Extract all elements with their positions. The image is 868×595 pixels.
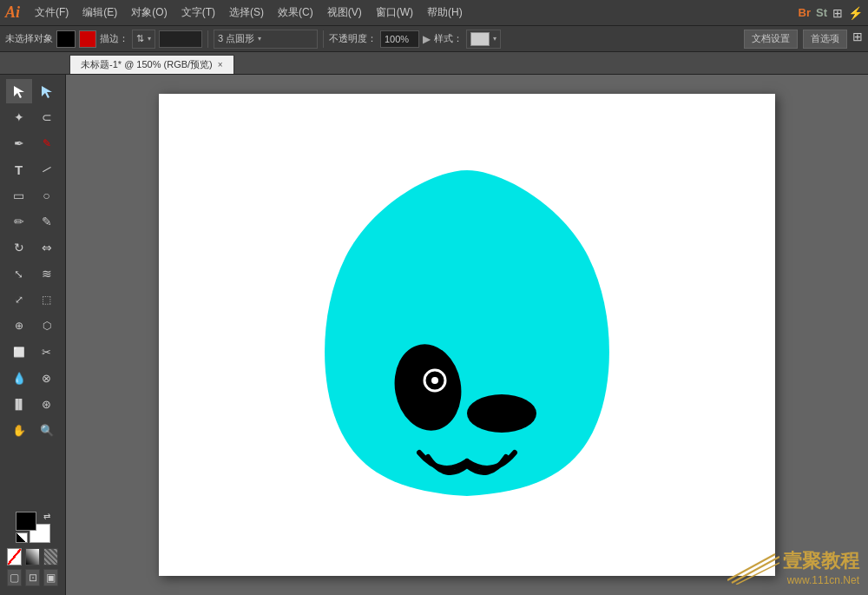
rect-tool[interactable]: ▭	[6, 183, 32, 208]
sync-icon[interactable]: ⚡	[848, 6, 863, 20]
tool-row-4: T /	[0, 156, 65, 182]
menu-bar: Ai 文件(F) 编辑(E) 对象(O) 文字(T) 选择(S) 效果(C) 视…	[0, 0, 868, 26]
stroke-dropdown[interactable]: ⇅▾	[132, 30, 155, 49]
tool-row-6: ✏ ✎	[0, 208, 65, 235]
scale-tool[interactable]: ⤡	[6, 261, 32, 286]
free-transform-tool[interactable]: ⬚	[34, 288, 60, 312]
direct-selection-tool[interactable]	[34, 79, 60, 103]
tool-row-7: ↻ ⇔	[0, 235, 65, 261]
swap-colors-icon[interactable]: ⇄	[43, 512, 50, 521]
slice-tool[interactable]: ✂	[34, 340, 60, 364]
color-swatches: ⇄	[16, 512, 50, 543]
tool-row-8: ⤡ ≋	[0, 261, 65, 287]
selection-tool[interactable]	[6, 79, 32, 103]
opacity-label: 不透明度：	[329, 32, 377, 45]
tool-row-9: ⤢ ⬚	[0, 287, 65, 313]
pen-tool[interactable]: ✒	[6, 131, 32, 155]
doc-settings-button[interactable]: 文档设置	[744, 30, 798, 49]
stroke-width-box[interactable]	[159, 30, 202, 48]
magic-wand-tool[interactable]: ✦	[6, 105, 32, 129]
ellipse-tool[interactable]: ○	[34, 183, 60, 208]
svg-marker-1	[42, 86, 52, 98]
lasso-tool[interactable]: ⊂	[34, 105, 60, 129]
stroke-swatch[interactable]	[79, 30, 96, 48]
reset-colors-icon[interactable]	[16, 532, 28, 543]
opacity-box[interactable]: 100%	[380, 30, 419, 48]
menu-edit[interactable]: 编辑(E)	[76, 3, 123, 22]
main-area: ✦ ⊂ ✒ ✎ T / ▭ ○ ✏ ✎ ↻ ⇔ ⤡ ≋ ⤢ ⬚	[0, 75, 868, 595]
style-label: 样式：	[434, 32, 463, 45]
shape-builder-tool[interactable]: ⊕	[6, 314, 32, 338]
style-dropdown[interactable]: ▾	[466, 30, 501, 49]
menu-effect[interactable]: 效果(C)	[272, 3, 319, 22]
app-logo: Ai	[5, 3, 20, 22]
hand-tool[interactable]: ✋	[6, 418, 32, 442]
color-area: ⇄ ▢ ⊡ ▣	[0, 506, 65, 592]
opacity-slider-icon[interactable]: ▶	[423, 33, 431, 45]
reflect-tool[interactable]: ⇔	[34, 235, 60, 260]
tab-bar: 未标题-1* @ 150% (RGB/预览) ×	[0, 52, 868, 75]
tool-row-10: ⊕ ⬡	[0, 313, 65, 339]
svg-point-4	[431, 377, 438, 384]
tool-row-3: ✒ ✎	[0, 130, 65, 156]
symbol-tool[interactable]: ⊛	[34, 392, 60, 416]
eyedropper-tool[interactable]: 💧	[6, 366, 32, 390]
screen-mode-icon[interactable]: ▢	[7, 569, 22, 586]
bottom-tool-icons: ▢ ⊡ ▣	[7, 569, 58, 586]
select-label: 未选择对象	[5, 32, 53, 45]
tab-close-button[interactable]: ×	[218, 60, 223, 69]
stroke-label: 描边：	[100, 32, 128, 45]
st-icon: St	[816, 6, 827, 19]
watermark-brand: 壹聚教程	[783, 548, 859, 574]
tool-row-13: ▐▌ ⊛	[0, 391, 65, 417]
artboard-tool[interactable]: ⬜	[6, 340, 32, 364]
type-tool[interactable]: T	[6, 157, 32, 182]
width-tool[interactable]: ⤢	[6, 288, 32, 312]
canvas-area: 壹聚教程 www.111cn.Net	[66, 75, 868, 595]
gradient-swatch[interactable]	[25, 548, 40, 565]
watermark-url: www.111cn.Net	[783, 574, 859, 586]
arrange-icon[interactable]: ⊞	[832, 6, 843, 20]
tab-document[interactable]: 未标题-1* @ 150% (RGB/预览) ×	[69, 55, 234, 74]
tool-row-2: ✦ ⊂	[0, 104, 65, 130]
blend-tool[interactable]: ⊗	[34, 366, 60, 390]
menu-file[interactable]: 文件(F)	[29, 3, 75, 22]
preferences-button[interactable]: 首选项	[803, 30, 847, 49]
foreground-color-swatch[interactable]	[16, 512, 36, 531]
extra-color-icons	[7, 548, 58, 565]
options-bar: 未选择对象 描边： ⇅▾ 3 点圆形▾ 不透明度： 100% ▶ 样式： ▾ 文…	[0, 26, 868, 52]
pattern-swatch[interactable]	[43, 548, 58, 565]
br-icon: Br	[799, 6, 811, 19]
menu-view[interactable]: 视图(V)	[321, 3, 368, 22]
tool-row-14: ✋ 🔍	[0, 417, 65, 443]
menu-object[interactable]: 对象(O)	[125, 3, 173, 22]
artboard	[159, 94, 775, 576]
tool-row-1	[0, 78, 65, 104]
none-swatch[interactable]	[7, 548, 22, 565]
arrange-view-icon[interactable]: ⊞	[852, 30, 863, 49]
tool-row-11: ⬜ ✂	[0, 339, 65, 365]
tool-row-5: ▭ ○	[0, 182, 65, 208]
character-illustration	[293, 153, 641, 518]
rotate-tool[interactable]: ↻	[6, 235, 32, 260]
warp-tool[interactable]: ≋	[34, 261, 60, 286]
svg-marker-0	[14, 86, 24, 98]
svg-point-5	[467, 394, 536, 433]
menu-window[interactable]: 窗口(W)	[370, 3, 419, 22]
bar-graph-tool[interactable]: ▐▌	[6, 392, 32, 416]
left-toolbar: ✦ ⊂ ✒ ✎ T / ▭ ○ ✏ ✎ ↻ ⇔ ⤡ ≋ ⤢ ⬚	[0, 75, 66, 595]
menu-help[interactable]: 帮助(H)	[421, 3, 469, 22]
presentation-icon[interactable]: ▣	[43, 569, 58, 586]
pencil-tool[interactable]: ✎	[34, 209, 60, 234]
tool-row-12: 💧 ⊗	[0, 365, 65, 391]
zoom-tool[interactable]: 🔍	[34, 418, 60, 442]
paintbrush-tool[interactable]: ✏	[6, 209, 32, 234]
menu-type[interactable]: 文字(T)	[175, 3, 221, 22]
fullscreen-icon[interactable]: ⊡	[25, 569, 40, 586]
live-paint-tool[interactable]: ⬡	[34, 314, 60, 338]
menu-select[interactable]: 选择(S)	[223, 3, 270, 22]
brush-dropdown[interactable]: 3 点圆形▾	[214, 30, 318, 49]
tab-label: 未标题-1* @ 150% (RGB/预览)	[81, 58, 213, 71]
fill-swatch[interactable]	[56, 30, 76, 48]
